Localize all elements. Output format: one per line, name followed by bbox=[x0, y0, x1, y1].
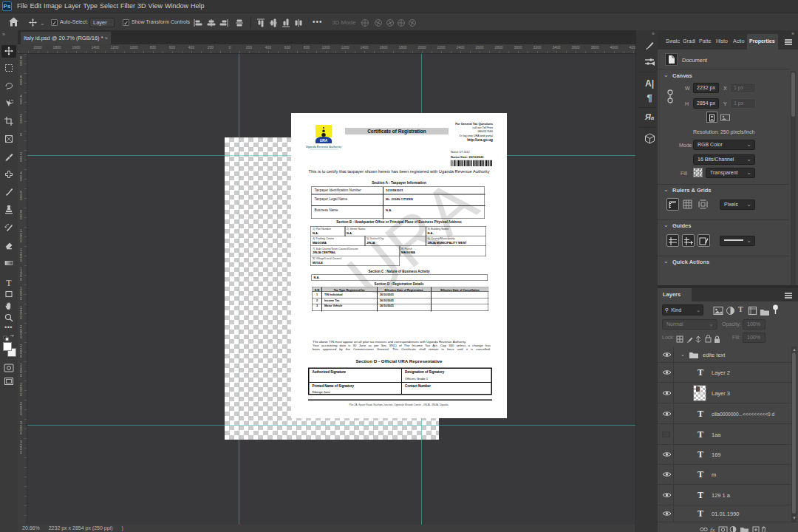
svg-text:T: T bbox=[6, 278, 12, 287]
svg-text:fx: fx bbox=[710, 526, 715, 532]
